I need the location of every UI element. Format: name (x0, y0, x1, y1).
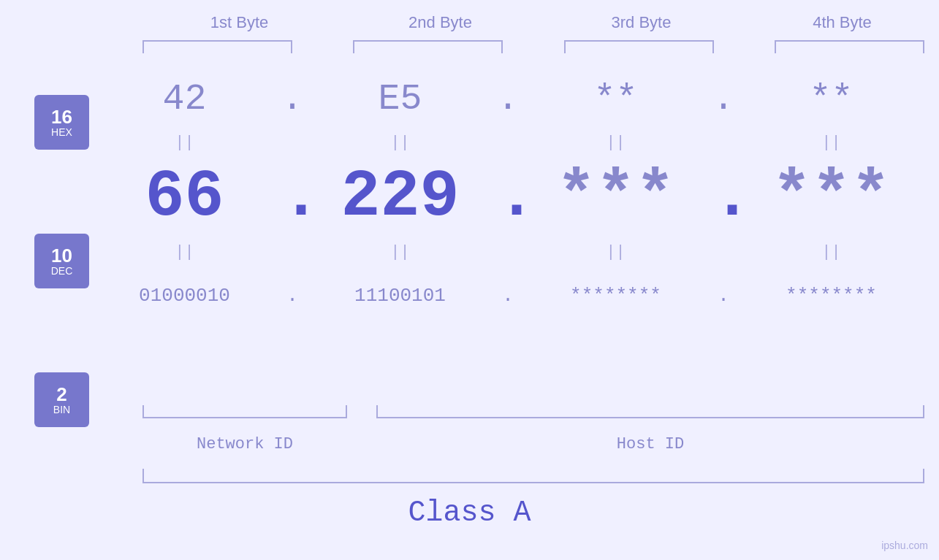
byte-header-1: 1st Byte (156, 13, 324, 32)
bin-badge-text: BIN (53, 404, 70, 415)
hex-b3: ** (537, 78, 694, 120)
bin-b2: 11100101 (322, 285, 479, 307)
watermark: ipshu.com (881, 540, 928, 551)
badges: 16 HEX 10 DEC 2 BIN (34, 95, 89, 427)
hex-b4: ** (753, 78, 910, 120)
bin-dot-1: . (281, 285, 303, 307)
dec-b3: *** (537, 160, 694, 234)
bin-b4: ******** (753, 285, 910, 307)
dec-dot-2: . (497, 169, 519, 226)
hex-dot-2: . (497, 78, 519, 120)
bin-dot-2: . (497, 285, 519, 307)
bracket-top-1 (142, 40, 292, 53)
bracket-top-2 (353, 40, 503, 53)
dec-badge: 10 DEC (34, 234, 89, 288)
bin-b1: 01000010 (106, 285, 263, 307)
equals-row-1: || || || || (106, 128, 910, 157)
bin-b3: ******** (537, 285, 694, 307)
bin-badge: 2 BIN (34, 372, 89, 427)
hex-dot-1: . (281, 78, 303, 120)
class-label: Class A (0, 496, 939, 529)
hex-badge-text: HEX (51, 126, 72, 138)
equals-row-2: || || || || (106, 237, 910, 266)
bracket-bottom-network (142, 405, 347, 418)
eq1-b3: || (537, 134, 694, 152)
dec-dot-1: . (281, 169, 303, 226)
bin-badge-number: 2 (56, 385, 66, 404)
eq2-b2: || (322, 243, 479, 261)
byte-header-2: 2nd Byte (357, 13, 525, 32)
bin-dot-3: . (712, 285, 734, 307)
eq1-b1: || (106, 134, 263, 152)
byte-header-4: 4th Byte (759, 13, 927, 32)
id-labels: Network ID Host ID (142, 435, 924, 453)
hex-row: 42 . E5 . ** . ** (106, 69, 910, 128)
dec-badge-text: DEC (51, 265, 73, 277)
bottom-large-bracket (142, 469, 924, 483)
bracket-bottom-host (376, 405, 924, 418)
bin-row: 01000010 . 11100101 . ******** . *******… (106, 266, 910, 325)
dec-dot-3: . (712, 169, 734, 226)
dec-row: 66 . 229 . *** . *** (106, 157, 910, 237)
dec-b1: 66 (106, 160, 263, 234)
hex-badge-number: 16 (51, 107, 72, 126)
bottom-brackets (142, 405, 924, 418)
bracket-top-3 (564, 40, 714, 53)
hex-dot-3: . (712, 78, 734, 120)
eq2-b1: || (106, 243, 263, 261)
network-id-label: Network ID (142, 435, 347, 453)
dec-badge-number: 10 (51, 246, 72, 265)
hex-badge: 16 HEX (34, 95, 89, 150)
eq1-b4: || (753, 134, 910, 152)
dec-b2: 229 (322, 160, 479, 234)
hex-b1: 42 (106, 78, 263, 120)
top-brackets (142, 40, 924, 53)
dec-b4: *** (753, 160, 910, 234)
byte-header-3: 3rd Byte (558, 13, 726, 32)
main-grid: 42 . E5 . ** . ** || || || || 66 . 229 .… (106, 69, 910, 325)
eq2-b4: || (753, 243, 910, 261)
main-container: 1st Byte 2nd Byte 3rd Byte 4th Byte 16 H… (0, 0, 939, 560)
host-id-label: Host ID (376, 435, 924, 453)
eq2-b3: || (537, 243, 694, 261)
eq1-b2: || (322, 134, 479, 152)
byte-headers: 1st Byte 2nd Byte 3rd Byte 4th Byte (139, 13, 939, 32)
bracket-top-4 (775, 40, 924, 53)
hex-b2: E5 (322, 78, 479, 120)
